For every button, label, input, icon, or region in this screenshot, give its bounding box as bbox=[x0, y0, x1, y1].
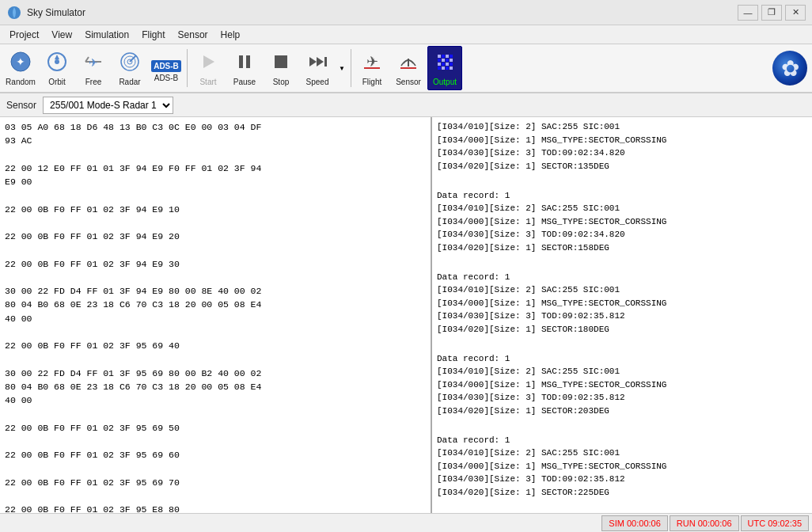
data-record-header: Data record: 1 bbox=[437, 434, 807, 447]
hex-line: 03 05 A0 68 18 D6 48 13 B0 C3 0C E0 00 0… bbox=[5, 120, 426, 134]
random-button[interactable]: ✦ Random bbox=[3, 46, 38, 90]
hex-line: 30 00 22 FD D4 FF 01 3F 95 69 80 00 B2 4… bbox=[5, 367, 426, 380]
free-button[interactable]: ✈ Free bbox=[76, 46, 111, 90]
menu-simulation[interactable]: Simulation bbox=[78, 28, 135, 42]
hex-line bbox=[5, 243, 426, 256]
start-label: Start bbox=[199, 78, 216, 86]
stop-icon bbox=[270, 51, 292, 76]
menu-bar: Project View Simulation Flight Sensor He… bbox=[0, 25, 812, 44]
menu-view[interactable]: View bbox=[45, 28, 78, 42]
flight-button[interactable]: ✈ Flight bbox=[355, 46, 389, 90]
data-field: [I034/000][Size: 1] MSG_TYPE:SECTOR_CORS… bbox=[437, 460, 807, 473]
hex-line: 22 00 0B F0 FF 01 02 3F 94 E9 30 bbox=[5, 257, 426, 271]
data-field: [I034/020][Size: 1] SECTOR:225DEG bbox=[437, 486, 807, 500]
svg-rect-30 bbox=[450, 59, 453, 62]
hex-line bbox=[5, 325, 426, 339]
hex-line bbox=[5, 489, 426, 503]
data-field: [I034/030][Size: 3] TOD:09:02:35.812 bbox=[437, 310, 807, 323]
orbit-icon bbox=[46, 51, 68, 76]
hex-line: 40 00 bbox=[5, 312, 426, 325]
svg-rect-32 bbox=[442, 63, 445, 66]
toolbar: ✦ Random Orbit ✈ Free bbox=[0, 44, 812, 93]
output-button[interactable]: Output bbox=[427, 46, 462, 90]
data-field: [I034/020][Size: 1] SECTOR:180DEG bbox=[437, 323, 807, 336]
pause-icon bbox=[233, 51, 256, 76]
menu-flight[interactable]: Flight bbox=[135, 28, 171, 42]
main-content: 03 05 A0 68 18 D6 48 13 B0 C3 0C E0 00 0… bbox=[0, 117, 812, 513]
svg-rect-15 bbox=[275, 55, 287, 68]
menu-help[interactable]: Help bbox=[214, 28, 247, 42]
separator-1 bbox=[187, 49, 188, 87]
stop-button[interactable]: Stop bbox=[264, 46, 298, 90]
ads-b-button[interactable]: ADS-B ADS-B bbox=[149, 46, 184, 90]
hex-line: 22 00 0B F0 FF 01 02 3F 95 69 40 bbox=[5, 339, 426, 352]
svg-text:✈: ✈ bbox=[89, 56, 98, 69]
hex-line: 22 00 0B F0 FF 01 02 3F 94 E9 20 bbox=[5, 230, 426, 243]
flight-icon: ✈ bbox=[361, 51, 383, 76]
sensor-label-text: Sensor bbox=[6, 100, 36, 111]
record-spacer bbox=[437, 499, 807, 512]
maximize-button[interactable]: ❐ bbox=[761, 5, 782, 21]
hex-line: 22 00 0B F0 FF 01 02 3F 95 69 50 bbox=[5, 421, 426, 435]
title-bar: Sky Simulator — ❐ ✕ bbox=[0, 0, 812, 25]
speed-button[interactable]: Speed bbox=[300, 46, 335, 90]
data-field: [I034/010][Size: 2] SAC:255 SIC:001 bbox=[437, 283, 807, 297]
run-status: RUN 00:00:06 bbox=[670, 515, 739, 531]
svg-rect-23 bbox=[438, 55, 441, 58]
speed-dropdown-button[interactable]: ▼ bbox=[336, 46, 347, 90]
hex-line bbox=[5, 435, 426, 448]
close-button[interactable]: ✕ bbox=[785, 5, 806, 21]
sim-status: SIM 00:00:06 bbox=[601, 515, 667, 531]
svg-rect-33 bbox=[446, 63, 449, 66]
ads-b-icon: ADS-B bbox=[151, 55, 181, 72]
minimize-button[interactable]: — bbox=[738, 5, 758, 21]
pause-button[interactable]: Pause bbox=[227, 46, 262, 90]
svg-rect-18 bbox=[324, 57, 327, 66]
hex-line bbox=[5, 188, 426, 202]
hex-line: 22 00 12 E0 FF 01 01 3F 94 E9 F0 FF 01 0… bbox=[5, 162, 426, 175]
app-icon bbox=[6, 5, 22, 21]
svg-rect-14 bbox=[246, 55, 250, 68]
chevron-down-icon: ▼ bbox=[339, 65, 345, 72]
data-field: [I034/010][Size: 2] SAC:255 SIC:001 bbox=[437, 365, 807, 378]
sensor-label: Sensor bbox=[396, 78, 421, 86]
radar-button[interactable]: Radar bbox=[112, 46, 147, 90]
data-field: [I034/000][Size: 1] MSG_TYPE:SECTOR_CORS… bbox=[437, 297, 807, 310]
data-field: [I034/020][Size: 1] SECTOR:158DEG bbox=[437, 241, 807, 255]
sensor-icon bbox=[397, 51, 419, 76]
stop-label: Stop bbox=[273, 78, 290, 86]
data-record-header: Data record: 1 bbox=[437, 271, 807, 284]
start-icon bbox=[197, 51, 219, 76]
orbit-label: Orbit bbox=[48, 78, 66, 86]
svg-marker-16 bbox=[309, 57, 317, 66]
svg-rect-24 bbox=[442, 55, 445, 58]
svg-marker-17 bbox=[317, 57, 324, 66]
hex-line bbox=[5, 271, 426, 284]
hex-line: 22 00 0B F0 FF 01 02 3F 95 69 70 bbox=[5, 476, 426, 489]
record-spacer bbox=[437, 336, 807, 349]
output-icon bbox=[434, 51, 456, 76]
window-controls: — ❐ ✕ bbox=[738, 5, 806, 21]
hex-data-scroll[interactable]: 03 05 A0 68 18 D6 48 13 B0 C3 0C E0 00 0… bbox=[0, 117, 431, 513]
app-logo bbox=[771, 49, 809, 87]
menu-sensor[interactable]: Sensor bbox=[172, 28, 214, 42]
hex-line: 22 00 0B F0 FF 01 02 3F 95 69 60 bbox=[5, 448, 426, 462]
records-container: [I034/010][Size: 2] SAC:255 SIC:001[I034… bbox=[437, 120, 807, 513]
flight-label: Flight bbox=[362, 78, 381, 86]
data-field: [I034/000][Size: 1] MSG_TYPE:SECTOR_CORS… bbox=[437, 378, 807, 392]
start-button[interactable]: Start bbox=[191, 46, 226, 90]
svg-rect-38 bbox=[450, 66, 453, 70]
utc-status: UTC 09:02:35 bbox=[741, 515, 809, 531]
status-bar: SIM 00:00:06 RUN 00:00:06 UTC 09:02:35 bbox=[0, 513, 812, 532]
sensor-button[interactable]: Sensor bbox=[391, 46, 426, 90]
random-icon: ✦ bbox=[9, 51, 32, 76]
random-label: Random bbox=[6, 78, 36, 86]
parsed-data-scroll[interactable]: [I034/010][Size: 2] SAC:255 SIC:001[I034… bbox=[432, 117, 812, 513]
hex-line bbox=[5, 462, 426, 475]
sensor-select[interactable]: 255/001 Mode-S Radar 1 bbox=[43, 97, 173, 114]
radar-icon bbox=[119, 51, 141, 76]
free-icon: ✈ bbox=[82, 51, 104, 76]
hex-line bbox=[5, 407, 426, 420]
orbit-button[interactable]: Orbit bbox=[40, 46, 74, 90]
menu-project[interactable]: Project bbox=[3, 28, 45, 42]
